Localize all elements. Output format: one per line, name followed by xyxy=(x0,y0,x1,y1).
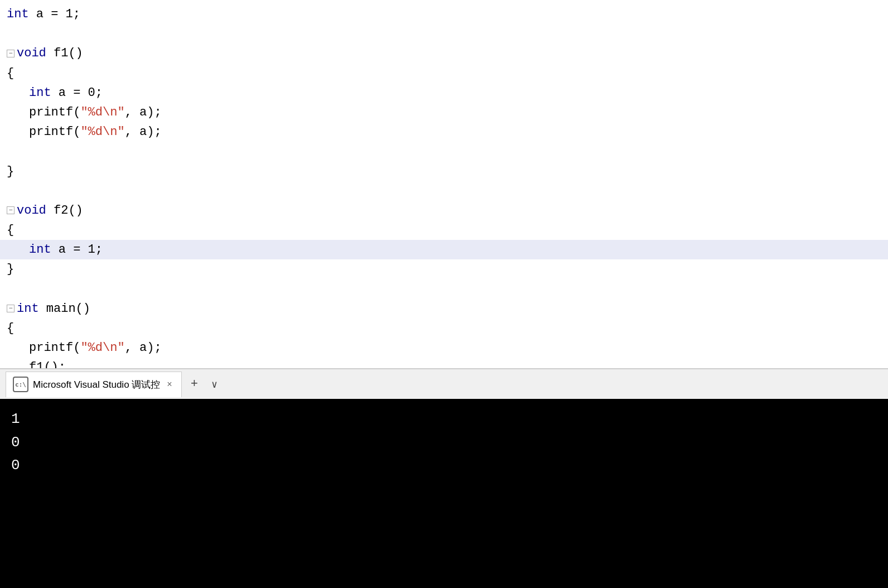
terminal-output-line: 0 xyxy=(11,431,877,455)
token: , a); xyxy=(125,103,162,122)
terminal-output: 100 xyxy=(0,399,888,588)
token: void xyxy=(17,201,46,220)
token: void xyxy=(17,44,46,63)
terminal-tab-bar: c:\ Microsoft Visual Studio 调试控 × + ∨ xyxy=(0,369,888,399)
token: ( xyxy=(73,122,80,142)
token: int xyxy=(29,83,51,103)
token: "%d\n" xyxy=(80,122,124,142)
token: , a); xyxy=(125,338,162,358)
terminal-close-button[interactable]: × xyxy=(165,378,174,391)
token: "%d\n" xyxy=(80,103,124,122)
token: } xyxy=(7,259,14,279)
code-line xyxy=(0,142,888,161)
terminal-tab-icon: c:\ xyxy=(13,377,28,392)
code-line: int a = 1; xyxy=(0,240,888,259)
code-line: −void f2() xyxy=(0,201,888,220)
token: a = 0; xyxy=(51,83,103,103)
code-line: printf("%d\n", a); xyxy=(0,103,888,122)
code-line: f1(); xyxy=(0,358,888,368)
code-line: int a = 1; xyxy=(0,4,888,24)
terminal-tab[interactable]: c:\ Microsoft Visual Studio 调试控 × xyxy=(6,372,182,397)
code-line xyxy=(0,24,888,44)
token: a = 1; xyxy=(29,4,80,24)
terminal-add-button[interactable]: + xyxy=(186,375,202,393)
token: main() xyxy=(39,299,90,319)
code-line: −void f1() xyxy=(0,44,888,63)
token: int xyxy=(17,299,39,319)
token: printf xyxy=(29,122,73,142)
editor-area: int a = 1; −void f1(){int a = 0;printf("… xyxy=(0,0,888,368)
collapse-button[interactable]: − xyxy=(7,305,15,312)
token: { xyxy=(7,319,14,338)
code-line: int a = 0; xyxy=(0,83,888,103)
token: f2() xyxy=(46,201,83,220)
token: ( xyxy=(73,338,80,358)
code-line: { xyxy=(0,319,888,338)
token: f1(); xyxy=(29,358,66,368)
token: int xyxy=(7,4,29,24)
code-line xyxy=(0,279,888,299)
collapse-button[interactable]: − xyxy=(7,206,15,214)
token: , a); xyxy=(125,122,162,142)
terminal-section: c:\ Microsoft Visual Studio 调试控 × + ∨ xyxy=(0,368,888,399)
token: f1() xyxy=(46,44,83,63)
terminal-tab-label: Microsoft Visual Studio 调试控 xyxy=(33,378,160,391)
code-line: } xyxy=(0,162,888,181)
code-line: { xyxy=(0,220,888,240)
code-container: int a = 1; −void f1(){int a = 0;printf("… xyxy=(0,0,888,368)
terminal-dropdown-button[interactable]: ∨ xyxy=(207,376,222,393)
code-line: printf("%d\n", a); xyxy=(0,338,888,358)
code-line: printf("%d\n", a); xyxy=(0,122,888,142)
token: a = 1; xyxy=(51,240,103,259)
code-line: −int main() xyxy=(0,299,888,319)
code-line: { xyxy=(0,64,888,83)
code-line xyxy=(0,181,888,201)
terminal-output-line: 1 xyxy=(11,408,877,431)
code-line: } xyxy=(0,259,888,279)
collapse-button[interactable]: − xyxy=(7,50,15,57)
token: { xyxy=(7,220,14,240)
terminal-output-line: 0 xyxy=(11,454,877,478)
token: printf xyxy=(29,103,73,122)
token: int xyxy=(29,240,51,259)
token: { xyxy=(7,64,14,83)
token: ( xyxy=(73,103,80,122)
token: printf xyxy=(29,338,73,358)
token: "%d\n" xyxy=(80,338,124,358)
cmd-icon-text: c:\ xyxy=(15,381,26,388)
token: } xyxy=(7,162,14,181)
